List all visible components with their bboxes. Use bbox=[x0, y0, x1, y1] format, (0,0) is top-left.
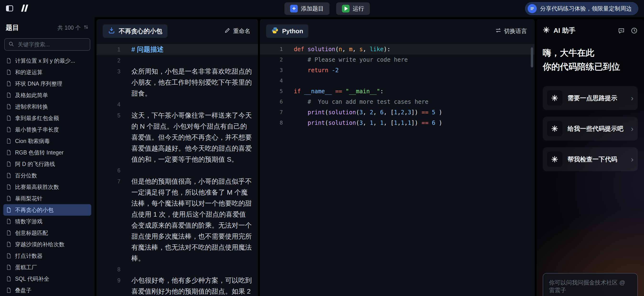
main-area: 题目 共 100 个 计算位置 x 到 bbox=[0, 17, 644, 296]
switch-language-button[interactable]: 切换语言 bbox=[494, 27, 528, 35]
problem-description[interactable]: 1# 问题描述23众所周知，小包是一名非常喜欢吃甜点的小朋友，他在工作时特别爱吃… bbox=[96, 44, 258, 296]
document-icon bbox=[6, 218, 12, 224]
line-number: 4 bbox=[260, 76, 283, 86]
problem-list-item[interactable]: 计算位置 x 到 y 的最少... bbox=[3, 55, 91, 67]
problem-list-item[interactable]: 打点计数器 bbox=[3, 250, 91, 261]
switch-language-label: 切换语言 bbox=[504, 27, 527, 35]
suggestion-card[interactable]: 帮我检查一下代码› bbox=[543, 147, 638, 171]
description-line: 2 bbox=[96, 55, 258, 66]
run-button[interactable]: 运行 bbox=[336, 3, 370, 15]
download-icon bbox=[108, 27, 115, 36]
document-icon bbox=[6, 126, 12, 133]
line-number: 9 bbox=[96, 275, 120, 286]
add-icon: + bbox=[290, 5, 298, 13]
line-number: 3 bbox=[96, 66, 120, 77]
code-editor[interactable]: 1def solution(n, m, s, like):2 # Please … bbox=[260, 44, 534, 128]
sort-icon[interactable] bbox=[83, 24, 89, 31]
document-icon bbox=[6, 161, 12, 167]
problem-list-item[interactable]: 百分位数 bbox=[3, 170, 91, 181]
suggestion-card[interactable]: 需要一点思路提示› bbox=[543, 86, 638, 110]
problem-item-label: 百分位数 bbox=[15, 172, 37, 179]
problem-item-label: 及格如此简单 bbox=[15, 92, 48, 99]
problem-list-item[interactable]: 环状 DNA 序列整理 bbox=[3, 78, 91, 89]
problem-item-label: 进制求和转换 bbox=[15, 103, 48, 110]
description-header: 不再贪心的小包 重命名 bbox=[96, 19, 258, 44]
problem-item-label: 阿 D 的飞行路线 bbox=[15, 160, 55, 168]
code-line: 2 # Please write your code here bbox=[260, 55, 534, 65]
problem-list-item[interactable]: 阿 D 的飞行路线 bbox=[3, 158, 91, 170]
document-icon bbox=[6, 276, 12, 282]
rename-label: 重命名 bbox=[233, 27, 250, 35]
sparkle-icon bbox=[547, 152, 562, 167]
search-box[interactable] bbox=[4, 38, 90, 51]
code-line: 8 print(solution(3, 1, 1, [1,1,1]) == 6 … bbox=[260, 118, 534, 128]
problem-item-label: 暴雨梨花针 bbox=[15, 195, 42, 202]
problem-list-item[interactable]: 创意标题匹配 bbox=[3, 227, 91, 239]
ai-input[interactable] bbox=[543, 273, 637, 296]
problem-list-item[interactable]: 拿到最多红包金额 bbox=[3, 112, 91, 124]
code-text: return -2 bbox=[283, 65, 339, 76]
sparkle-icon bbox=[547, 121, 562, 136]
code-line: 3 return -2 bbox=[260, 65, 534, 76]
code-text: def solution(n, m, s, like): bbox=[283, 44, 390, 55]
code-line: 6 # You can add more test cases here bbox=[260, 97, 534, 107]
ai-header: AI 助手 bbox=[543, 19, 638, 35]
editor-scrollbar[interactable] bbox=[531, 47, 533, 67]
sidebar-toggle-icon bbox=[5, 4, 14, 14]
document-icon bbox=[6, 115, 12, 121]
ai-greeting-line1: 嗨，大牛在此 bbox=[543, 46, 638, 60]
problem-list-item[interactable]: 比赛最高获胜次数 bbox=[3, 181, 91, 193]
problem-list-item[interactable]: 进制求和转换 bbox=[3, 101, 91, 112]
problem-list-item[interactable]: 和的逆运算 bbox=[3, 67, 91, 78]
problem-list-item[interactable]: 蛋糕工厂 bbox=[3, 261, 91, 273]
problem-list-item[interactable]: SQL 代码补全 bbox=[3, 273, 91, 284]
sidebar-header: 题目 共 100 个 bbox=[3, 17, 91, 32]
language-pill[interactable]: Python bbox=[266, 24, 308, 38]
sparkle-icon bbox=[547, 90, 562, 106]
problem-item-label: SQL 代码补全 bbox=[15, 275, 50, 282]
problem-list-item[interactable]: Cion 勒索病毒 bbox=[3, 135, 91, 147]
rename-button[interactable]: 重命名 bbox=[223, 27, 252, 35]
history-icon[interactable] bbox=[630, 27, 638, 34]
document-icon bbox=[6, 138, 12, 144]
code-line: 7 print(solution(3, 2, 6, [1,2,3]) == 5 … bbox=[260, 107, 534, 118]
pencil-icon bbox=[224, 27, 230, 35]
app-logo[interactable] bbox=[19, 4, 30, 13]
line-number: 5 bbox=[96, 110, 120, 121]
suggestion-card[interactable]: 给我一些代码提示吧› bbox=[543, 117, 638, 141]
sidebar-toggle-button[interactable] bbox=[5, 4, 14, 14]
line-number: 6 bbox=[96, 165, 120, 176]
problem-item-label: Cion 勒索病毒 bbox=[15, 137, 50, 145]
line-number: 5 bbox=[260, 86, 283, 97]
problem-list-item[interactable]: 穿越沙漠的补给次数 bbox=[3, 239, 91, 250]
problem-list-item[interactable]: 及格如此简单 bbox=[3, 89, 91, 101]
editor-panel: Python 切换语言 1def solution(n, m, s, like)… bbox=[260, 19, 534, 296]
problem-list: 计算位置 x 到 y 的最少...和的逆运算环状 DNA 序列整理及格如此简单进… bbox=[3, 55, 91, 296]
problem-list-item[interactable]: 叠盘子 bbox=[3, 284, 91, 296]
problem-item-label: 环状 DNA 序列整理 bbox=[15, 80, 62, 88]
code-text: print(solution(3, 2, 6, [1,2,3]) == 5 ) bbox=[283, 107, 442, 118]
document-icon bbox=[6, 253, 12, 259]
suggestion-label: 帮我检查一下代码 bbox=[568, 155, 626, 164]
line-text: 这天，下午茶小哥像往常一样送来了今天的 N 个甜点。小包对每个甜点有自己的喜爱值… bbox=[132, 110, 252, 165]
topbar-right: 分享代码练习体验，领限量定制周边 bbox=[525, 2, 644, 15]
ai-greeting-line2: 你的代码陪练已到位 bbox=[543, 60, 638, 74]
problem-list-item[interactable]: 最小替换子串长度 bbox=[3, 124, 91, 135]
ai-input-box[interactable] bbox=[543, 273, 638, 296]
app: + 添加题目 运行 分享代码练习体验，领限量定制周边 bbox=[0, 0, 644, 296]
problem-list-item[interactable]: 暴雨梨花针 bbox=[3, 193, 91, 204]
search-input[interactable] bbox=[17, 41, 86, 48]
chevron-right-icon: › bbox=[631, 155, 634, 163]
problem-title-pill[interactable]: 不再贪心的小包 bbox=[103, 24, 168, 38]
promo-banner-button[interactable]: 分享代码练习体验，领限量定制周边 bbox=[525, 2, 638, 15]
ai-greeting: 嗨，大牛在此 你的代码陪练已到位 bbox=[543, 46, 638, 74]
problem-list-item[interactable]: 不再贪心的小包 bbox=[3, 204, 91, 216]
line-number: 4 bbox=[96, 99, 120, 110]
line-number: 2 bbox=[260, 55, 283, 65]
problem-list-item[interactable]: RGB 色值转 Integer bbox=[3, 147, 91, 158]
problem-list-item[interactable]: 猜数字游戏 bbox=[3, 216, 91, 227]
description-panel: 不再贪心的小包 重命名 1# 问题描述23众所周知，小包是一名非常喜欢吃甜点的小… bbox=[96, 19, 258, 296]
new-chat-icon[interactable] bbox=[618, 27, 625, 34]
line-number: 3 bbox=[260, 65, 283, 76]
add-problem-button[interactable]: + 添加题目 bbox=[284, 3, 330, 15]
